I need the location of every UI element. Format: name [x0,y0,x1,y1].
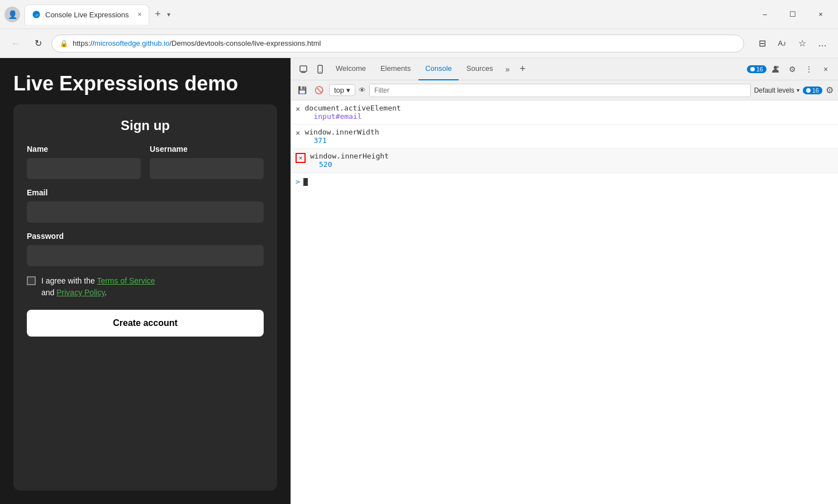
expression-entry-3: × window.innerHeight 520 [291,148,838,172]
name-label: Name [27,145,141,153]
add-panel-button[interactable]: + [515,63,530,75]
main-area: Live Expressions demo Sign up Name Usern… [0,58,838,504]
log-levels-selector[interactable]: Default levels ▾ [754,87,799,94]
webpage-content: Live Expressions demo Sign up Name Usern… [0,58,291,504]
levels-arrow-icon: ▾ [797,87,799,93]
form-heading: Sign up [27,118,264,133]
inspect-element-button[interactable] [296,61,311,77]
password-input[interactable] [27,245,264,266]
close-devtools-button[interactable]: × [818,61,834,77]
lock-icon: 🔒 [60,40,68,47]
privacy-link[interactable]: Privacy Policy [56,288,104,297]
console-filter-input[interactable] [369,84,751,97]
console-content: × document.activeElement input#email × w… [291,100,838,504]
password-label: Password [27,232,264,241]
svg-point-5 [777,66,779,68]
new-tab-button[interactable]: + [149,6,167,23]
people-button[interactable] [768,61,783,77]
console-save-button[interactable]: 💾 [296,84,309,97]
email-group: Email [27,188,264,223]
devtools-tabs-bar: Welcome Elements Console Sources » + 16 [291,58,838,80]
favorites-button[interactable]: ☆ [793,35,811,52]
badge-dot [750,67,755,71]
expression-entry-1: × document.activeElement input#email [291,100,838,124]
page-title: Live Expressions demo [13,71,277,95]
badge2-dot [806,88,811,93]
inspect-icon [299,65,308,74]
minimize-button[interactable]: – [752,6,778,23]
expression-2-content: window.innerWidth 371 [304,128,379,145]
error-badge: 16 [747,65,766,73]
tab-console[interactable]: Console [418,58,459,80]
maximize-button[interactable]: ☐ [780,6,806,23]
name-input[interactable] [27,158,141,179]
svg-point-3 [320,71,321,72]
title-bar: 👤 Console Live Expressions × + ▾ – ☐ × [0,0,838,29]
chevron-down-icon: ▾ [346,86,350,94]
user-avatar[interactable]: 👤 [4,7,20,22]
close-button[interactable]: × [808,6,834,23]
more-button[interactable]: … [813,35,831,52]
password-group: Password [27,232,264,266]
browser-window: 👤 Console Live Expressions × + ▾ – ☐ × ← [0,0,838,504]
svg-rect-0 [300,66,307,71]
console-cursor[interactable] [303,178,308,186]
svg-point-4 [774,66,777,69]
terms-text: I agree with the Terms of Service and Pr… [41,275,155,299]
people-icon [771,65,780,74]
tab-welcome[interactable]: Welcome [329,58,373,80]
more-tabs-button[interactable]: » [501,65,515,74]
expression-2-value: 371 [304,136,379,145]
browser-tab[interactable]: Console Live Expressions × [25,4,149,25]
terms-row: I agree with the Terms of Service and Pr… [27,275,264,299]
console-clear-button[interactable]: 🚫 [312,84,326,97]
console-prompt: > [296,177,300,186]
top-context-selector[interactable]: top ▾ [329,84,355,96]
eye-button[interactable]: 👁 [359,86,366,94]
email-input[interactable] [27,201,264,223]
svg-rect-1 [301,72,306,73]
address-bar: ← ↻ 🔒 https://microsoftedge.github.io/De… [0,29,838,58]
devtools-right-icons: 16 ⚙ ⋮ × [747,61,834,77]
url-bar[interactable]: 🔒 https://microsoftedge.github.io/Demos/… [51,35,744,52]
collections-button[interactable]: ⊟ [753,35,771,52]
settings-button[interactable]: ⚙ [784,61,800,77]
back-button[interactable]: ← [7,35,25,52]
signup-form-card: Sign up Name Username Email [13,104,277,491]
error-count-badge: 16 [803,87,822,94]
browser-toolbar: ⊟ A♪ ☆ … [753,35,831,52]
expression-1-value: input#email [304,112,401,121]
username-group: Username [150,145,264,179]
tab-close-button[interactable]: × [138,11,142,18]
name-username-row: Name Username [27,145,264,179]
console-toolbar: 💾 🚫 top ▾ 👁 Default levels ▾ 16 ⚙ [291,80,838,100]
username-input[interactable] [150,158,264,179]
terms-checkbox[interactable] [27,276,36,285]
expression-3-content: window.innerHeight 520 [310,152,389,169]
close-expression-1-button[interactable]: × [296,104,300,113]
edge-icon [32,10,41,19]
refresh-button[interactable]: ↻ [29,35,47,52]
terms-link[interactable]: Terms of Service [97,276,155,285]
more-options-button[interactable]: ⋮ [801,61,817,77]
close-expression-3-button[interactable]: × [296,153,306,163]
close-expression-2-button[interactable]: × [296,128,300,137]
tab-sources[interactable]: Sources [460,58,500,80]
expression-3-value: 520 [310,160,389,169]
expression-3-text: window.innerHeight [310,152,389,160]
expression-2-text: window.innerWidth [304,128,379,136]
device-icon [316,65,325,74]
username-label: Username [150,145,264,153]
expression-entry-2: × window.innerWidth 371 [291,124,838,148]
device-toggle-button[interactable] [312,61,328,77]
devtools-panel: Welcome Elements Console Sources » + 16 [291,58,838,504]
expression-1-content: document.activeElement input#email [304,104,401,121]
tab-elements[interactable]: Elements [374,58,417,80]
read-aloud-button[interactable]: A♪ [773,35,791,52]
email-label: Email [27,188,264,197]
expression-1-text: document.activeElement [304,104,401,112]
console-settings-button[interactable]: ⚙ [826,85,834,95]
tab-title: Console Live Expressions [45,11,129,19]
tabs-dropdown-button[interactable]: ▾ [167,11,170,18]
create-account-button[interactable]: Create account [27,310,264,337]
